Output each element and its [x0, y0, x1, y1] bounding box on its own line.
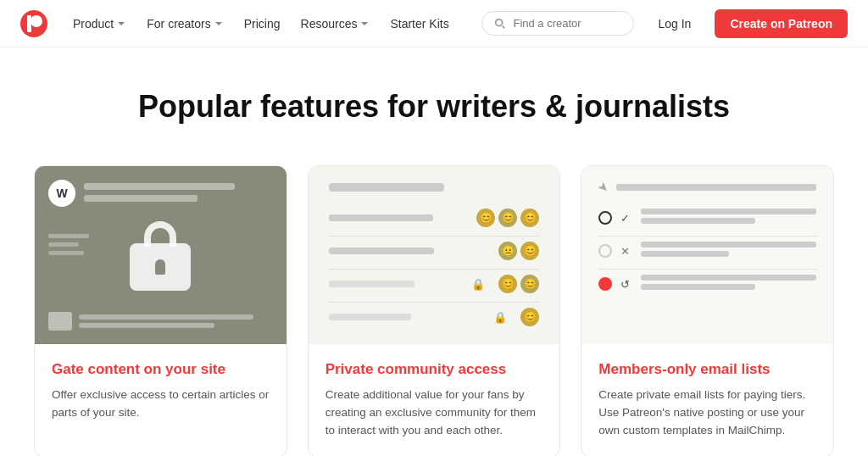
c2-header-bar [329, 183, 445, 192]
emoji: 😊 [520, 308, 539, 326]
line [84, 195, 198, 202]
emoji: 😊 [520, 242, 539, 260]
separator [598, 269, 816, 270]
send-icon: ➤ [595, 178, 614, 197]
divider [329, 269, 540, 270]
lock-keyhole [155, 259, 165, 275]
card-1-content: Gate content on your site Offer exclusiv… [35, 344, 287, 439]
check-icon: ✓ [620, 212, 632, 225]
create-button[interactable]: Create on Patreon [715, 9, 848, 38]
radio-checked [598, 277, 612, 291]
radio [598, 244, 612, 258]
svg-point-1 [31, 15, 42, 27]
line [641, 275, 816, 281]
chevron-down-icon [116, 19, 126, 29]
search-bar[interactable] [481, 11, 634, 36]
card-illustration-1: W [35, 166, 287, 344]
c3-lines [641, 242, 816, 260]
card-1-background: W [35, 166, 287, 344]
emoji: 😊 [498, 209, 517, 227]
nav-right: Log In Create on Patreon [481, 9, 848, 38]
feature-desc-3: Create private email lists for paying ti… [598, 386, 816, 440]
lock-illustration [130, 221, 191, 289]
search-input[interactable] [513, 17, 621, 30]
nav-links: Product For creators Pricing Resources S… [64, 12, 481, 36]
c2-row-2: 😐 😊 [329, 242, 540, 260]
card-gate-content: W [34, 165, 287, 456]
c2-bar [329, 247, 434, 254]
lock-icon: 🔒 [493, 311, 507, 324]
emoji: 😊 [520, 275, 539, 293]
emoji: 😊 [476, 209, 495, 227]
feature-desc-2: Create additional value for your fans by… [326, 386, 543, 440]
c3-lines [641, 209, 816, 227]
c3-header: ➤ [598, 180, 816, 195]
c2-row-left [329, 281, 472, 287]
card-2-content: Private community access Create addition… [309, 344, 560, 456]
main-content: Popular features for writers & journalis… [0, 47, 868, 456]
emoji: 😊 [520, 209, 539, 227]
card-1-bottom [48, 312, 273, 331]
c2-row-left [329, 214, 469, 221]
c2-emojis: 😐 😊 [498, 242, 539, 260]
feature-title-1: Gate content on your site [52, 361, 270, 378]
chevron-down-icon [359, 19, 370, 29]
line [641, 242, 816, 247]
navbar: Product For creators Pricing Resources S… [0, 0, 868, 47]
c3-row-2: ✕ [598, 242, 816, 260]
bottom-lines [79, 314, 273, 328]
emoji: 😊 [498, 275, 517, 293]
card-3-content: Members-only email lists Create private … [581, 344, 833, 456]
refresh-icon: ↺ [620, 278, 632, 291]
line [641, 251, 728, 257]
line [641, 209, 816, 214]
feature-cards: W [34, 165, 834, 456]
separator [598, 236, 816, 236]
c3-row-1: ✓ [598, 209, 816, 227]
lock-body [130, 243, 191, 291]
c2-emojis: 😊 [520, 308, 539, 326]
chevron-down-icon [214, 19, 224, 29]
lock-icon: 🔒 [471, 278, 485, 291]
search-icon [494, 18, 506, 30]
feature-title-2: Private community access [326, 361, 543, 378]
c2-row-1: 😊 😊 😊 [329, 209, 540, 227]
page-title: Popular features for writers & journalis… [34, 88, 834, 125]
divider [329, 302, 540, 303]
card-illustration-2: 😊 😊 😊 😐 😊 [309, 166, 560, 344]
side-lines [48, 234, 99, 255]
nav-item-starter-kits[interactable]: Starter Kits [381, 12, 457, 36]
logo[interactable] [20, 10, 47, 37]
c3-header-bar [616, 184, 816, 191]
c2-emojis: 😊 😊 😊 [476, 209, 539, 227]
c2-emojis: 😊 😊 [498, 275, 539, 293]
line [84, 183, 235, 190]
feature-desc-1: Offer exclusive access to certain articl… [52, 386, 270, 422]
nav-item-product[interactable]: Product [64, 12, 135, 36]
card-2-background: 😊 😊 😊 😐 😊 [309, 166, 560, 344]
c3-lines [641, 275, 816, 293]
line [79, 323, 214, 328]
c2-bar [329, 214, 434, 221]
bottom-icon [48, 312, 72, 331]
c2-row-3: 🔒 😊 😊 [329, 275, 540, 293]
c2-row-left [329, 314, 494, 320]
radio-active [598, 211, 612, 225]
c3-row-3: ↺ [598, 275, 816, 293]
cross-icon: ✕ [620, 245, 632, 258]
svg-point-3 [496, 19, 503, 25]
wp-logo: W [48, 180, 75, 207]
card-3-background: ➤ ✓ [581, 166, 833, 344]
card-1-top-lines [84, 183, 273, 207]
line [79, 314, 253, 320]
line [641, 284, 754, 290]
login-button[interactable]: Log In [644, 10, 704, 37]
divider [329, 236, 540, 236]
c2-bar [329, 314, 411, 320]
c2-row-4: 🔒 😊 [329, 308, 540, 326]
c2-row-left [329, 247, 491, 254]
nav-item-for-creators[interactable]: For creators [138, 12, 231, 36]
nav-item-pricing[interactable]: Pricing [236, 12, 289, 36]
nav-item-resources[interactable]: Resources [292, 12, 379, 36]
card-private-community: 😊 😊 😊 😐 😊 [308, 165, 561, 456]
